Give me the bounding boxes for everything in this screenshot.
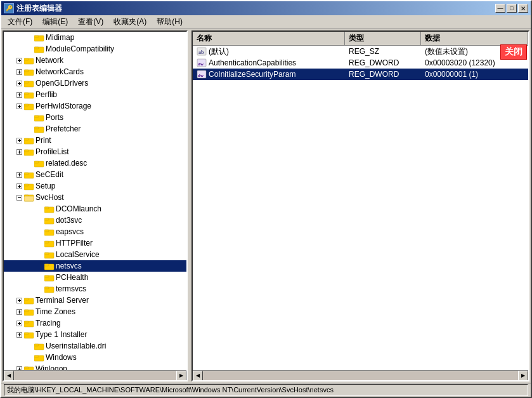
col-header-data[interactable]: 数据 (421, 32, 528, 45)
expand-icon-terminalserver[interactable] (14, 295, 24, 305)
tree-item-setup[interactable]: Setup (4, 180, 186, 192)
folder-icon-netsvcs (44, 262, 55, 270)
tree-item-modulecompat[interactable]: ModuleCompatibility (4, 43, 186, 55)
registry-row[interactable]: ab (默认)REG_SZ(数值未设置) (193, 46, 528, 57)
folder-icon-secedit (24, 170, 34, 179)
registry-cell-type: REG_SZ (346, 47, 422, 56)
tree-item-opengldrivers[interactable]: OpenGLDrivers (4, 77, 186, 89)
menu-item-h[interactable]: 帮助(H) (152, 15, 188, 29)
expand-icon-type1installer[interactable] (14, 329, 24, 340)
expand-icon-perhwidstorage[interactable] (14, 101, 24, 111)
expand-icon-setup[interactable] (14, 181, 24, 191)
tree-item-terminalserver[interactable]: Terminal Server (4, 295, 186, 306)
tree-label-network: Network (36, 56, 63, 65)
tree-item-type1installer[interactable]: Type 1 Installer (4, 329, 186, 340)
tree-item-svchost[interactable]: SvcHost (4, 192, 186, 203)
tree-label-userinstallable: Userinstallable.dri (46, 342, 106, 350)
folder-icon-midimap (34, 33, 44, 42)
folder-icon-userinstallable (34, 342, 44, 350)
tree-item-localservice[interactable]: LocalService (4, 249, 186, 260)
reg-hscroll-track[interactable] (203, 371, 518, 380)
expand-icon-modulecompat[interactable] (24, 44, 34, 54)
svg-rect-73 (44, 275, 49, 277)
expand-icon-midimap[interactable] (24, 32, 34, 43)
registry-value-icon: dw (197, 70, 207, 79)
tree-label-dot3svc: dot3svc (56, 216, 82, 225)
tree-item-print[interactable]: Print (4, 135, 186, 146)
tree-item-eapsvcs[interactable]: eapsvcs (4, 226, 186, 237)
tree-item-windows[interactable]: Windows (4, 352, 186, 363)
reg-hscroll-left-btn[interactable]: ◀ (193, 371, 203, 381)
registry-row[interactable]: dw CoInitializeSecurityParamREG_DWORD0x0… (193, 69, 528, 80)
col-header-type[interactable]: 类型 (345, 32, 421, 45)
expand-icon-opengldrivers[interactable] (14, 78, 24, 88)
close-button[interactable]: ✕ (518, 4, 528, 13)
tree-scroll[interactable]: Midimap ModuleCompatibility Network Netw… (4, 32, 186, 370)
expand-icon-network[interactable] (14, 55, 24, 65)
expand-icon-svchost[interactable] (14, 192, 24, 202)
tree-item-pchealth[interactable]: PCHealth (4, 272, 186, 283)
close-overlay-button[interactable]: 关闭 (500, 44, 527, 60)
maximize-button[interactable]: □ (507, 4, 517, 13)
tree-item-httpfilter[interactable]: HTTPFilter (4, 237, 186, 249)
expand-icon-dot3svc[interactable] (34, 215, 44, 225)
menu-item-a[interactable]: 收藏夹(A) (108, 15, 152, 29)
registry-row[interactable]: dw AuthenticationCapabilitiesREG_DWORD0x… (193, 57, 528, 69)
tree-item-userinstallable[interactable]: Userinstallable.dri (4, 340, 186, 352)
tree-label-windows: Windows (46, 353, 77, 362)
tree-item-relateddesc[interactable]: related.desc (4, 157, 186, 169)
expand-icon-windows[interactable] (24, 352, 34, 362)
expand-icon-pchealth[interactable] (34, 272, 44, 282)
tree-item-ports[interactable]: Ports (4, 112, 186, 123)
expand-icon-print[interactable] (14, 135, 24, 145)
tree-item-networkcards[interactable]: NetworkCards (4, 66, 186, 77)
expand-icon-relateddesc[interactable] (24, 158, 34, 168)
tree-item-timezones[interactable]: Time Zones (4, 306, 186, 317)
tree-item-secedit[interactable]: SeCEdit (4, 169, 186, 180)
expand-icon-tracing[interactable] (14, 318, 24, 328)
tree-item-tracing[interactable]: Tracing (4, 317, 186, 329)
tree-item-prefetcher[interactable]: Prefetcher (4, 123, 186, 135)
menu-item-f[interactable]: 文件(F) (3, 15, 37, 29)
hscroll-track[interactable] (14, 371, 176, 380)
expand-icon-netsvcs[interactable] (34, 261, 44, 271)
tree-label-networkcards: NetworkCards (36, 67, 84, 76)
menu-item-v[interactable]: 查看(V) (73, 15, 108, 29)
menu-item-e[interactable]: 编辑(E) (37, 15, 73, 29)
registry-rows: ab (默认)REG_SZ(数值未设置) dw AuthenticationCa… (193, 46, 528, 370)
tree-item-dot3svc[interactable]: dot3svc (4, 215, 186, 226)
folder-icon-windows (34, 353, 44, 362)
registry-value-name: CoInitializeSecurityParam (209, 70, 295, 79)
expand-icon-termsvcs[interactable] (34, 284, 44, 294)
hscroll-right-btn[interactable]: ▶ (176, 371, 186, 381)
tree-item-profilelist[interactable]: ProfileList (4, 146, 186, 157)
expand-icon-ports[interactable] (24, 112, 34, 123)
folder-icon-eapsvcs (44, 227, 55, 236)
tree-item-dcomlaunch[interactable]: DCOMlaunch (4, 203, 186, 215)
title-bar: 🔑 注册表编辑器 — □ ✕ (1, 1, 531, 15)
expand-icon-eapsvcs[interactable] (34, 227, 44, 237)
tree-item-termsvcs[interactable]: termsvcs (4, 283, 186, 295)
tree-item-perhwidstorage[interactable]: PerHwIdStorage (4, 100, 186, 112)
expand-icon-timezones[interactable] (14, 307, 24, 317)
tree-item-network[interactable]: Network (4, 55, 186, 66)
svg-text:ab: ab (198, 50, 204, 55)
expand-icon-dcomlaunch[interactable] (34, 204, 44, 214)
col-header-name[interactable]: 名称 (193, 32, 345, 45)
tree-item-netsvcs[interactable]: netsvcs (4, 260, 186, 272)
expand-icon-localservice[interactable] (34, 249, 44, 260)
expand-icon-winlogon[interactable] (14, 364, 24, 370)
expand-icon-userinstallable[interactable] (24, 341, 34, 351)
expand-icon-secedit[interactable] (14, 169, 24, 180)
expand-icon-perflib[interactable] (14, 90, 24, 100)
expand-icon-networkcards[interactable] (14, 67, 24, 77)
expand-icon-profilelist[interactable] (14, 147, 24, 157)
expand-icon-httpfilter[interactable] (34, 238, 44, 248)
expand-icon-prefetcher[interactable] (24, 124, 34, 134)
hscroll-left-btn[interactable]: ◀ (4, 371, 14, 381)
tree-item-winlogon[interactable]: Winlogon (4, 363, 186, 370)
tree-item-perflib[interactable]: Perflib (4, 89, 186, 100)
reg-hscroll-right-btn[interactable]: ▶ (518, 371, 528, 381)
tree-item-midimap[interactable]: Midimap (4, 32, 186, 43)
minimize-button[interactable]: — (495, 4, 505, 13)
